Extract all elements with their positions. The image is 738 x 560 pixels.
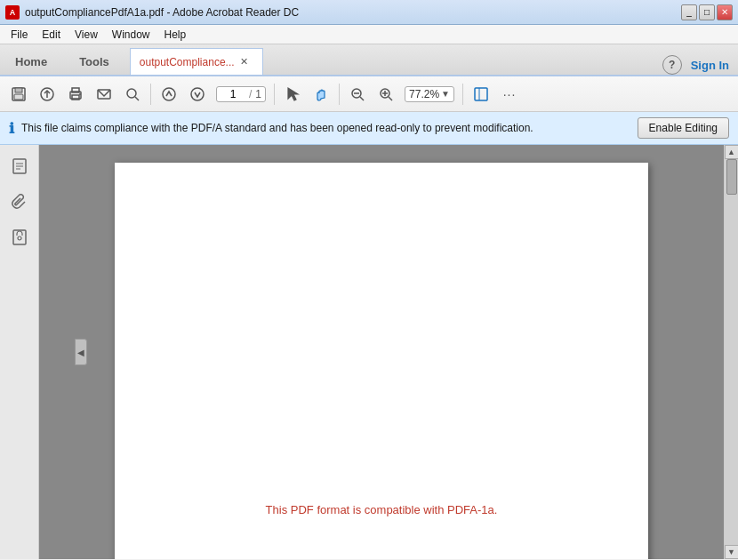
page-controls: / 1	[216, 86, 266, 102]
pdf-area[interactable]: ◀ This PDF format is compatible with PDF…	[39, 145, 724, 559]
info-bar: ℹ This file claims compliance with the P…	[0, 112, 738, 145]
menu-help[interactable]: Help	[157, 27, 194, 43]
pdf-text-content: This PDF format is compatible with PDFA-…	[266, 503, 498, 516]
minimize-button[interactable]: _	[681, 4, 697, 20]
svg-point-28	[18, 236, 21, 240]
app-icon: A	[5, 5, 20, 20]
pdf-page: This PDF format is compatible with PDFA-…	[115, 163, 648, 559]
left-sidebar	[0, 145, 39, 559]
scroll-up-button[interactable]: ▲	[725, 145, 739, 159]
search-button[interactable]	[119, 81, 146, 108]
upload-button[interactable]	[34, 81, 60, 108]
tab-bar: Home Tools outputCompliance... ✕ ? Sign …	[0, 44, 738, 76]
page-total: 1	[255, 88, 261, 100]
tab-document[interactable]: outputCompliance... ✕	[130, 48, 263, 75]
tab-right-controls: ? Sign In	[654, 55, 738, 75]
svg-marker-13	[288, 88, 298, 100]
menu-file[interactable]: File	[4, 27, 35, 43]
menu-view[interactable]: View	[68, 27, 105, 43]
svg-line-16	[360, 97, 364, 100]
zoom-in-button[interactable]	[373, 81, 399, 108]
menu-window[interactable]: Window	[105, 27, 157, 43]
sidebar-security[interactable]	[5, 223, 34, 252]
zoom-out-button[interactable]	[344, 81, 371, 108]
svg-rect-1	[15, 88, 22, 92]
help-button[interactable]: ?	[662, 55, 682, 75]
signin-button[interactable]: Sign In	[691, 59, 729, 72]
svg-rect-27	[13, 230, 26, 244]
svg-point-7	[79, 93, 81, 95]
title-bar: A outputCompliancePdfA1a.pdf - Adobe Acr…	[0, 0, 738, 25]
tab-close-button[interactable]: ✕	[240, 56, 248, 68]
zoom-value: 77.2%	[409, 88, 439, 100]
email-button[interactable]	[91, 81, 117, 108]
hand-tool-button[interactable]	[308, 81, 334, 108]
main-area: ◀ This PDF format is compatible with PDF…	[0, 145, 738, 559]
scroll-down-button[interactable]: ▼	[725, 545, 739, 559]
save-button[interactable]	[5, 81, 32, 108]
page-number-input[interactable]	[221, 88, 245, 100]
menu-edit[interactable]: Edit	[35, 27, 68, 43]
zoom-dropdown-arrow[interactable]: ▼	[441, 89, 450, 99]
svg-point-12	[191, 88, 204, 100]
info-icon: ℹ	[9, 120, 14, 137]
svg-point-9	[127, 89, 136, 98]
info-message: This file claims compliance with the PDF…	[21, 122, 630, 134]
vertical-scrollbar[interactable]: ▲ ▼	[724, 145, 738, 559]
title-bar-left: A outputCompliancePdfA1a.pdf - Adobe Acr…	[5, 5, 299, 20]
zoom-control[interactable]: 77.2% ▼	[405, 86, 454, 102]
enable-editing-button[interactable]: Enable Editing	[638, 117, 729, 139]
scroll-track[interactable]	[725, 159, 739, 545]
toolbar-separator-2	[274, 84, 275, 105]
svg-point-11	[163, 88, 175, 100]
window-controls: _ □ ✕	[681, 4, 733, 20]
close-button[interactable]: ✕	[717, 4, 733, 20]
sidebar-attachments[interactable]	[5, 188, 34, 216]
menu-bar: File Edit View Window Help	[0, 25, 738, 44]
prev-page-button[interactable]	[156, 81, 182, 108]
maximize-button[interactable]: □	[699, 4, 715, 20]
cursor-tool-button[interactable]	[279, 81, 306, 108]
svg-line-10	[135, 97, 139, 100]
next-page-button[interactable]	[184, 81, 211, 108]
sidebar-page-thumbnails[interactable]	[5, 152, 34, 180]
toolbar: / 1 77.2% ▼ ···	[0, 76, 738, 112]
collapse-sidebar-button[interactable]: ◀	[75, 339, 87, 365]
svg-line-20	[389, 97, 392, 100]
toolbar-separator-1	[150, 84, 151, 105]
toolbar-separator-4	[462, 84, 463, 105]
page-separator: /	[249, 88, 252, 100]
svg-rect-2	[14, 94, 23, 100]
print-button[interactable]	[62, 81, 89, 108]
svg-rect-5	[72, 88, 79, 92]
svg-rect-21	[475, 88, 487, 100]
more-tools-button[interactable]: ···	[496, 81, 523, 108]
svg-rect-6	[72, 95, 79, 100]
scroll-thumb[interactable]	[726, 159, 737, 195]
window-title: outputCompliancePdfA1a.pdf - Adobe Acrob…	[25, 6, 299, 19]
fit-page-button[interactable]	[468, 81, 494, 108]
tab-tools[interactable]: Tools	[64, 48, 124, 75]
tab-home[interactable]: Home	[0, 48, 62, 75]
toolbar-separator-3	[339, 84, 340, 105]
